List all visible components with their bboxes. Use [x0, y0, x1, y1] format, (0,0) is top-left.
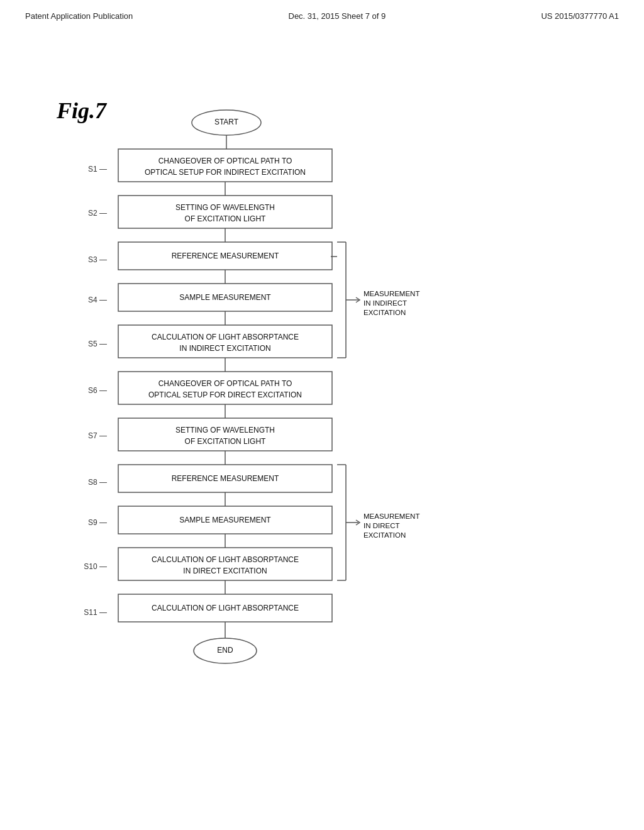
svg-text:IN DIRECT EXCITATION: IN DIRECT EXCITATION — [183, 567, 267, 575]
page-header: Patent Application Publication Dec. 31, … — [0, 0, 644, 21]
svg-text:S10 —: S10 — — [84, 562, 107, 571]
svg-text:SAMPLE MEASUREMENT: SAMPLE MEASUREMENT — [179, 293, 271, 302]
svg-text:OF EXCITATION LIGHT: OF EXCITATION LIGHT — [185, 437, 267, 446]
svg-text:CHANGEOVER OF OPTICAL PATH TO: CHANGEOVER OF OPTICAL PATH TO — [158, 157, 292, 165]
svg-text:MEASUREMENT: MEASUREMENT — [364, 290, 419, 297]
svg-text:S3 —: S3 — — [88, 255, 107, 264]
svg-text:MEASUREMENT: MEASUREMENT — [364, 512, 419, 520]
svg-text:REFERENCE MEASUREMENT: REFERENCE MEASUREMENT — [172, 474, 279, 483]
svg-text:SAMPLE MEASUREMENT: SAMPLE MEASUREMENT — [179, 516, 271, 524]
svg-text:IN INDIRECT: IN INDIRECT — [364, 299, 407, 307]
header-right: US 2015/0377770 A1 — [541, 11, 619, 21]
svg-text:OPTICAL SETUP FOR DIRECT EXCIT: OPTICAL SETUP FOR DIRECT EXCITATION — [148, 390, 302, 399]
svg-text:SETTING OF WAVELENGTH: SETTING OF WAVELENGTH — [175, 203, 275, 212]
svg-text:CHANGEOVER OF OPTICAL PATH TO: CHANGEOVER OF OPTICAL PATH TO — [158, 379, 292, 388]
header-center: Dec. 31, 2015 Sheet 7 of 9 — [289, 11, 386, 21]
svg-text:EXCITATION: EXCITATION — [364, 531, 406, 539]
svg-text:CALCULATION OF LIGHT ABSORPTAN: CALCULATION OF LIGHT ABSORPTANCE — [152, 604, 299, 612]
svg-text:S5 —: S5 — — [88, 340, 107, 348]
svg-text:CALCULATION OF LIGHT ABSORPTAN: CALCULATION OF LIGHT ABSORPTANCE — [152, 333, 299, 341]
svg-text:END: END — [217, 646, 233, 655]
svg-text:S4 —: S4 — — [88, 296, 107, 304]
svg-text:S7 —: S7 — — [88, 431, 107, 440]
svg-text:S6 —: S6 — — [88, 386, 107, 395]
flowchart-svg: text.box-text { font-family: Arial, sans… — [38, 97, 585, 808]
svg-text:EXCITATION: EXCITATION — [364, 309, 406, 316]
svg-text:S8 —: S8 — — [88, 478, 107, 487]
svg-text:START: START — [214, 118, 239, 126]
svg-text:REFERENCE MEASUREMENT: REFERENCE MEASUREMENT — [172, 252, 279, 260]
svg-text:IN INDIRECT EXCITATION: IN INDIRECT EXCITATION — [179, 344, 270, 353]
svg-text:S11 —: S11 — — [84, 608, 107, 617]
svg-text:IN DIRECT: IN DIRECT — [364, 522, 400, 529]
svg-text:S9 —: S9 — — [88, 518, 107, 527]
svg-text:CALCULATION OF LIGHT ABSORPTAN: CALCULATION OF LIGHT ABSORPTANCE — [152, 555, 299, 564]
svg-text:SETTING OF WAVELENGTH: SETTING OF WAVELENGTH — [175, 426, 275, 434]
svg-text:S1 —: S1 — — [88, 165, 107, 174]
svg-text:S2 —: S2 — — [88, 209, 107, 218]
svg-text:OF EXCITATION LIGHT: OF EXCITATION LIGHT — [185, 214, 267, 223]
svg-text:OPTICAL SETUP FOR INDIRECT EXC: OPTICAL SETUP FOR INDIRECT EXCITATION — [145, 168, 306, 177]
header-left: Patent Application Publication — [25, 11, 133, 21]
